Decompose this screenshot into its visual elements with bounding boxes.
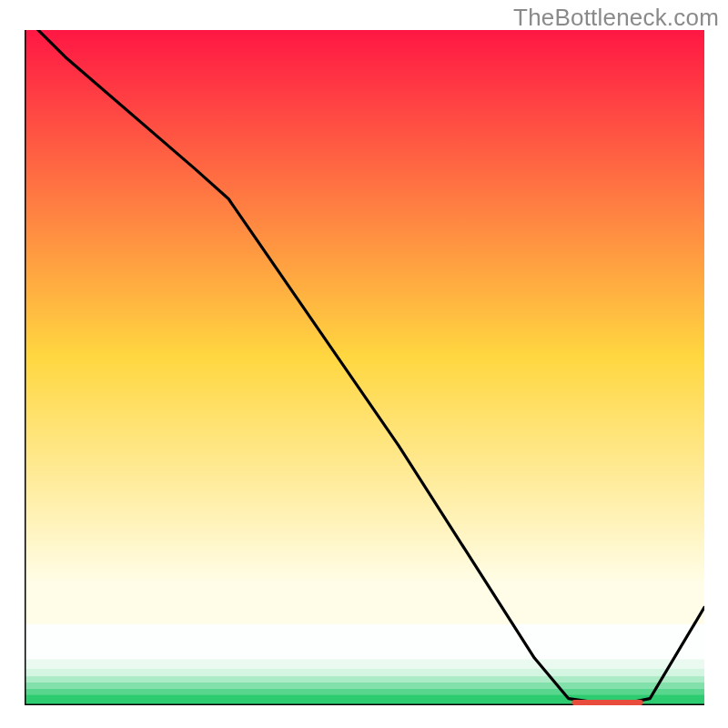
optimal-range-marker: [571, 700, 642, 705]
color-band: [25, 682, 704, 689]
color-band: [25, 688, 704, 694]
color-band: [25, 669, 704, 676]
chart-frame: TheBottleneck.com: [0, 0, 728, 728]
gradient-background: [25, 30, 704, 624]
color-band: [25, 624, 704, 660]
color-band: [25, 676, 704, 682]
plot-area: [25, 30, 704, 705]
color-band: [25, 660, 704, 669]
watermark-label: TheBottleneck.com: [513, 4, 719, 32]
chart-svg: [25, 30, 704, 705]
